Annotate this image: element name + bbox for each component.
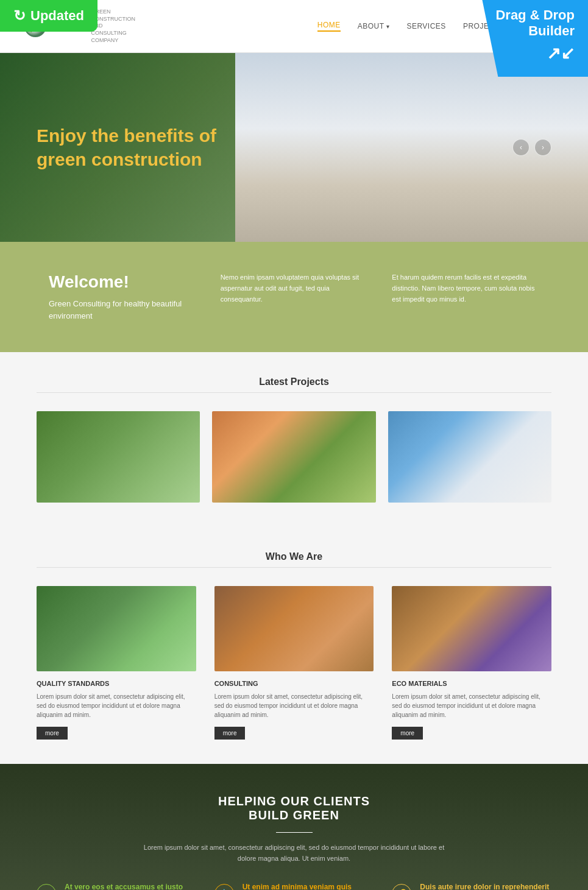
feature-3: 🔑 Duis aute irure dolor in reprehenderit… xyxy=(392,883,551,890)
who-card-1-text: Lorem ipsum dolor sit amet, consectetur … xyxy=(37,692,196,719)
helping-features: ♣ At vero eos et accusamus et iusto Lore… xyxy=(37,883,551,890)
welcome-title: Welcome! xyxy=(49,272,196,292)
latest-projects-section: Latest Projects xyxy=(0,352,588,527)
section-divider-1 xyxy=(37,392,551,393)
who-card-3: ECO MATERIALS Lorem ipsum dolor sit amet… xyxy=(392,586,551,740)
hero-section: Enjoy the benefits of green construction… xyxy=(0,53,588,242)
who-card-1: QUALITY STANDARDS Lorem ipsum dolor sit … xyxy=(37,586,196,740)
resize-icon: ↗↙ xyxy=(495,43,575,64)
welcome-left: Welcome! Green Consulting for healthy be… xyxy=(49,272,196,322)
nav-services[interactable]: SERVICES xyxy=(406,22,445,30)
dnd-label: Drag & DropBuilder xyxy=(495,7,575,38)
who-grid: QUALITY STANDARDS Lorem ipsum dolor sit … xyxy=(37,586,551,740)
hero-arrows: ‹ › xyxy=(512,139,551,156)
helping-text: Lorem ipsum dolor sit amet, consectetur … xyxy=(142,842,447,864)
updated-label: Updated xyxy=(30,8,84,24)
helping-divider xyxy=(276,832,313,833)
latest-projects-title: Latest Projects xyxy=(37,376,551,387)
feature-2: 💧 Ut enim ad minima veniam quis nostrum … xyxy=(214,883,374,890)
hero-title: Enjoy the benefits of green construction xyxy=(37,124,268,171)
dnd-badge: Drag & DropBuilder ↗↙ xyxy=(482,0,588,77)
who-img-1 xyxy=(37,586,196,671)
feature-1-content: At vero eos et accusamus et iusto Lorem … xyxy=(65,883,196,890)
project-card-2[interactable] xyxy=(212,411,375,503)
welcome-subtitle: Green Consulting for healthy beautiful e… xyxy=(49,298,196,322)
project-card-3[interactable] xyxy=(388,411,551,503)
feature-1-title: At vero eos et accusamus et iusto xyxy=(65,883,196,890)
feature-1: ♣ At vero eos et accusamus et iusto Lore… xyxy=(37,883,196,890)
nav-about[interactable]: ABOUT xyxy=(358,22,390,30)
who-img-2 xyxy=(214,586,374,671)
who-card-1-more[interactable]: more xyxy=(37,727,68,740)
hero-content: Enjoy the benefits of green construction xyxy=(0,124,305,171)
who-card-2-more[interactable]: more xyxy=(214,727,246,740)
updated-badge: ↻ Updated xyxy=(0,0,97,32)
who-card-2-title: CONSULTING xyxy=(214,680,374,687)
who-card-3-title: ECO MATERIALS xyxy=(392,680,551,687)
who-card-3-more[interactable]: more xyxy=(392,727,423,740)
hero-next-arrow[interactable]: › xyxy=(534,139,551,156)
welcome-text2: Et harum quidem rerum facilis est et exp… xyxy=(392,272,539,305)
who-card-1-title: QUALITY STANDARDS xyxy=(37,680,196,687)
who-img-3 xyxy=(392,586,551,671)
who-card-2-text: Lorem ipsum dolor sit amet, consectetur … xyxy=(214,692,374,719)
helping-title: HELPING OUR CLIENTSBUILD GREEN xyxy=(37,794,551,822)
who-we-are-title: Who We Are xyxy=(37,551,551,562)
who-we-are-section: Who We Are QUALITY STANDARDS Lorem ipsum… xyxy=(0,527,588,764)
nav-home[interactable]: HOME xyxy=(317,21,341,32)
feature-2-icon: 💧 xyxy=(214,884,234,890)
sync-icon: ↻ xyxy=(13,7,26,24)
feature-3-content: Duis aute irure dolor in reprehenderit i… xyxy=(420,883,551,890)
welcome-section: Welcome! Green Consulting for healthy be… xyxy=(0,242,588,352)
feature-2-content: Ut enim ad minima veniam quis nostrum Lo… xyxy=(243,883,374,890)
section-divider-2 xyxy=(37,567,551,568)
feature-3-icon: 🔑 xyxy=(392,884,411,890)
project-card-1[interactable] xyxy=(37,411,200,503)
who-card-2: CONSULTING Lorem ipsum dolor sit amet, c… xyxy=(214,586,374,740)
projects-grid xyxy=(37,411,551,503)
feature-2-title: Ut enim ad minima veniam quis nostrum xyxy=(243,883,374,890)
who-card-3-text: Lorem ipsum dolor sit amet, consectetur … xyxy=(392,692,551,719)
feature-1-icon: ♣ xyxy=(37,884,56,890)
helping-section: HELPING OUR CLIENTSBUILD GREEN Lorem ips… xyxy=(0,764,588,890)
feature-3-title: Duis aute irure dolor in reprehenderit i… xyxy=(420,883,551,890)
tagline: GREEN CONSTRUCTION ANDCONSULTING COMPANY xyxy=(91,9,146,44)
hero-prev-arrow[interactable]: ‹ xyxy=(512,139,530,156)
welcome-text1: Nemo enim ipsam voluptatem quia voluptas… xyxy=(221,272,368,305)
